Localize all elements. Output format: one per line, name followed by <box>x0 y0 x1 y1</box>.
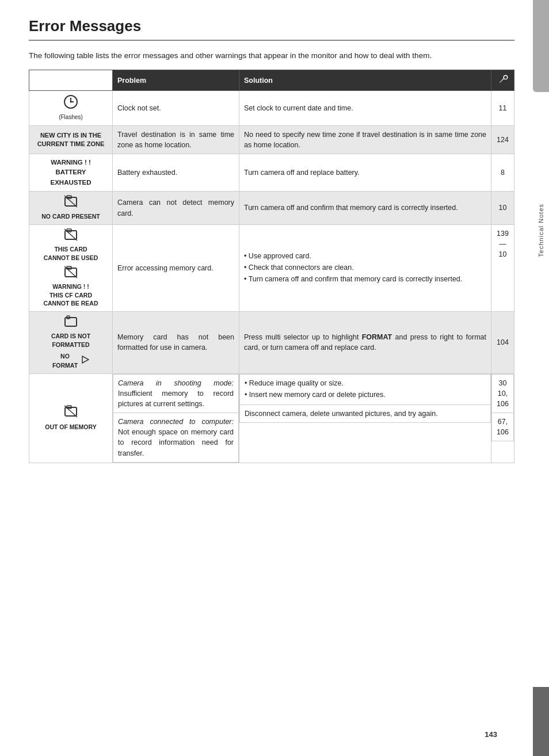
display-cell-no-card: NO CARD PRESENT <box>29 191 113 224</box>
bottom-bar <box>533 687 549 756</box>
no-format-row: NOFORMAT <box>34 352 108 369</box>
not-formatted-label: CARD IS NOTFORMATTED <box>34 332 108 349</box>
solution-cell-new-city: No need to specify new time zone if trav… <box>239 125 491 154</box>
display-cell-clock: (Flashes) <box>29 91 113 126</box>
oom-solution-1: Reduce image quality or size. Insert new… <box>240 374 491 404</box>
ref-cell-no-card: 10 <box>491 191 514 224</box>
oom-ref-table: 30 10,106 67,106 <box>491 374 514 442</box>
oom-icon <box>34 405 108 421</box>
table-row-card-cannot: THIS CARDCANNOT BE USED WARNING ! !THIS … <box>29 225 514 312</box>
bullet-approved-card: Use approved card. <box>244 251 486 261</box>
oom-label: OUT OF MEMORY <box>34 423 108 432</box>
play-triangle-icon <box>81 356 89 364</box>
solution-cell-not-formatted: Press multi selector up to highlight FOR… <box>239 311 491 373</box>
display-cell-card-cannot: THIS CARDCANNOT BE USED WARNING ! !THIS … <box>29 225 113 312</box>
problem-cell-new-city: Travel destination is in same time zone … <box>113 125 239 154</box>
display-cell-not-formatted: CARD IS NOTFORMATTED NOFORMAT <box>29 311 113 373</box>
problem-cell-oom: Camera in shooting mode: Insufficient me… <box>113 373 239 463</box>
display-cell-battery: WARNING ! !BATTERYEXHAUSTED <box>29 154 113 192</box>
no-card-icon-area <box>34 195 108 211</box>
solution-cell-clock: Set clock to current date and time. <box>239 91 491 126</box>
ref-10: 10 <box>499 250 507 258</box>
cf-card-icon <box>64 266 78 278</box>
right-tab-top <box>533 0 549 92</box>
ref-cell-oom: 30 10,106 67,106 <box>491 373 514 463</box>
oom-ref-row1: 30 10,106 <box>492 374 514 413</box>
card-cannot-label2: WARNING ! !THIS CF CARDCANNOT BE READ <box>34 282 108 308</box>
solution-cell-oom: Reduce image quality or size. Insert new… <box>239 373 491 463</box>
col-header-solution: Solution <box>239 70 491 91</box>
oom-problem-2: Camera connected to computer: Not enough… <box>113 413 239 463</box>
clock-symbol <box>34 94 108 113</box>
table-row-new-city: NEW CITY IS IN THECURRENT TIME ZONE Trav… <box>29 125 514 154</box>
ref-cell-card-cannot: 139 — 10 <box>491 225 514 312</box>
error-table: Display Problem Solution <box>29 70 514 463</box>
oom-problem-row2: Camera connected to computer: Not enough… <box>113 413 239 463</box>
solution-cell-battery: Turn camera off and replace battery. <box>239 154 491 192</box>
battery-label: WARNING ! !BATTERYEXHAUSTED <box>34 158 108 188</box>
card-cannot-icon <box>64 228 78 241</box>
clock-icon <box>63 94 78 109</box>
oom-problem-1: Camera in shooting mode: Insufficient me… <box>113 374 239 413</box>
flashes-label: (Flashes) <box>34 113 108 122</box>
table-row-battery: WARNING ! !BATTERYEXHAUSTED Battery exha… <box>29 154 514 192</box>
wrench-icon <box>497 74 509 85</box>
format-bold: FORMAT <box>362 333 392 341</box>
no-card-icon <box>64 195 78 208</box>
oom-ref-2: 67,106 <box>492 413 514 441</box>
oom-solution-row1: Reduce image quality or size. Insert new… <box>240 374 491 404</box>
play-icon <box>81 356 89 366</box>
page-number: 143 <box>485 730 497 739</box>
page-title: Error Messages <box>29 17 514 41</box>
table-row-not-formatted: CARD IS NOTFORMATTED NOFORMAT Memory car… <box>29 311 514 373</box>
ref-cell-new-city: 124 <box>491 125 514 154</box>
table-row-no-card: NO CARD PRESENT Camera can not detect me… <box>29 191 514 224</box>
oom-ref-1b: 10,106 <box>497 390 509 408</box>
oom-solution-2: Disconnect camera, delete unwanted pictu… <box>240 405 491 423</box>
oom-card-icon <box>64 405 78 418</box>
bullet-turn-camera-off: Turn camera off and confirm that memory … <box>244 274 486 284</box>
oom-solution-bullets1: Reduce image quality or size. Insert new… <box>245 378 486 400</box>
ref-cell-not-formatted: 104 <box>491 311 514 373</box>
svg-point-3 <box>70 101 72 103</box>
not-formatted-icon <box>34 315 108 331</box>
no-card-label: NO CARD PRESENT <box>34 212 108 221</box>
svg-marker-15 <box>82 356 89 363</box>
solution-cell-no-card: Turn camera off and confirm that memory … <box>239 191 491 224</box>
oom-ref-row2: 67,106 <box>492 413 514 441</box>
oom-bullet-insert: Insert new memory card or delete picture… <box>245 390 486 400</box>
oom-problem-italic1: Camera in shooting mode: <box>118 379 234 387</box>
problem-cell-not-formatted: Memory card has not been formatted for u… <box>113 311 239 373</box>
ref-cell-battery: 8 <box>491 154 514 192</box>
side-label: Technical Notes <box>533 115 549 345</box>
problem-cell-card-cannot: Error accessing memory card. <box>113 225 239 312</box>
display-cell-new-city: NEW CITY IS IN THECURRENT TIME ZONE <box>29 125 113 154</box>
table-row-out-of-memory: OUT OF MEMORY Camera in shooting mode: I… <box>29 373 514 463</box>
new-city-label: NEW CITY IS IN THECURRENT TIME ZONE <box>34 131 108 149</box>
oom-problem-row1: Camera in shooting mode: Insufficient me… <box>113 374 239 413</box>
ref-dash: — <box>499 240 506 248</box>
display-cell-oom: OUT OF MEMORY <box>29 373 113 463</box>
card-cannot-icon1 <box>34 228 108 244</box>
problem-cell-battery: Battery exhausted. <box>113 154 239 192</box>
card-cannot-icon2 <box>34 266 108 281</box>
page-number-bar: 143 <box>29 730 520 739</box>
oom-solution-row2: Disconnect camera, delete unwanted pictu… <box>240 405 491 423</box>
col-header-ref <box>491 70 514 91</box>
oom-problem-table: Camera in shooting mode: Insufficient me… <box>113 374 239 463</box>
table-row-clock: (Flashes) Clock not set. Set clock to cu… <box>29 91 514 126</box>
problem-cell-clock: Clock not set. <box>113 91 239 126</box>
oom-ref-1: 30 10,106 <box>492 374 514 413</box>
oom-bullet-reduce: Reduce image quality or size. <box>245 378 486 388</box>
solution-bullets-card-cannot: Use approved card. Check that connectors… <box>244 251 486 284</box>
card-cannot-label1: THIS CARDCANNOT BE USED <box>34 245 108 262</box>
col-header-display: Display <box>29 70 113 91</box>
ref-139: 139 <box>497 230 509 238</box>
intro-text: The following table lists the error mess… <box>29 50 514 62</box>
oom-solution-table: Reduce image quality or size. Insert new… <box>239 374 491 423</box>
not-formatted-card-icon <box>64 315 78 328</box>
solution-cell-card-cannot: Use approved card. Check that connectors… <box>239 225 491 312</box>
side-label-text: Technical Notes <box>537 204 544 257</box>
oom-problem-italic2: Camera connected to computer: <box>118 418 234 426</box>
col-header-problem: Problem <box>113 70 239 91</box>
